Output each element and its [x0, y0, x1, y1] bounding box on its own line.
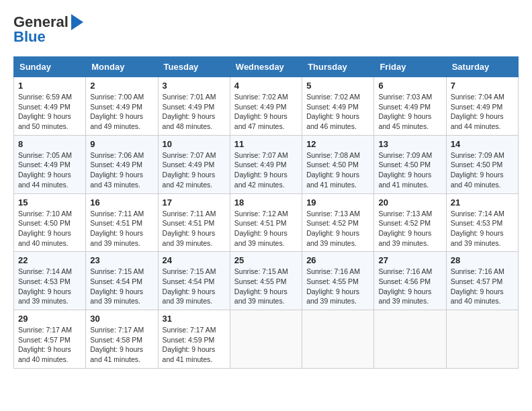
day-number: 31: [163, 314, 226, 324]
calendar-cell: [302, 310, 374, 369]
day-info: Sunrise: 7:12 AMSunset: 4:51 PMDaylight:…: [234, 209, 298, 248]
weekday-header-friday: Friday: [374, 57, 446, 77]
day-number: 11: [234, 139, 298, 149]
day-info: Sunrise: 7:06 AMSunset: 4:49 PMDaylight:…: [90, 150, 153, 190]
day-number: 12: [306, 139, 369, 149]
calendar-cell: 11Sunrise: 7:07 AMSunset: 4:49 PMDayligh…: [230, 135, 302, 193]
calendar-cell: [446, 310, 518, 369]
calendar-cell: 30Sunrise: 7:17 AMSunset: 4:58 PMDayligh…: [86, 310, 158, 369]
day-info: Sunrise: 7:13 AMSunset: 4:52 PMDaylight:…: [378, 209, 441, 248]
day-number: 28: [451, 255, 514, 265]
calendar-week-row: 15Sunrise: 7:10 AMSunset: 4:50 PMDayligh…: [14, 193, 519, 252]
weekday-header-tuesday: Tuesday: [158, 57, 230, 77]
calendar-cell: 10Sunrise: 7:07 AMSunset: 4:49 PMDayligh…: [158, 135, 230, 193]
calendar-cell: 12Sunrise: 7:08 AMSunset: 4:50 PMDayligh…: [302, 135, 374, 193]
day-info: Sunrise: 7:14 AMSunset: 4:53 PMDaylight:…: [18, 267, 81, 306]
calendar-cell: 2Sunrise: 7:00 AMSunset: 4:49 PMDaylight…: [86, 77, 158, 136]
calendar-cell: 3Sunrise: 7:01 AMSunset: 4:49 PMDaylight…: [158, 77, 230, 136]
day-info: Sunrise: 7:10 AMSunset: 4:50 PMDaylight:…: [18, 209, 81, 248]
day-number: 5: [306, 81, 369, 91]
day-number: 13: [378, 139, 441, 149]
day-number: 17: [163, 197, 226, 208]
day-info: Sunrise: 7:13 AMSunset: 4:52 PMDaylight:…: [306, 209, 369, 248]
day-info: Sunrise: 7:11 AMSunset: 4:51 PMDaylight:…: [163, 209, 226, 248]
calendar-cell: 13Sunrise: 7:09 AMSunset: 4:50 PMDayligh…: [374, 135, 446, 193]
calendar-cell: 7Sunrise: 7:04 AMSunset: 4:49 PMDaylight…: [446, 77, 518, 136]
weekday-header-monday: Monday: [86, 57, 158, 77]
day-info: Sunrise: 7:00 AMSunset: 4:49 PMDaylight:…: [90, 92, 153, 132]
calendar-cell: 20Sunrise: 7:13 AMSunset: 4:52 PMDayligh…: [374, 193, 446, 252]
calendar-cell: 27Sunrise: 7:16 AMSunset: 4:56 PMDayligh…: [374, 252, 446, 310]
day-info: Sunrise: 7:02 AMSunset: 4:49 PMDaylight:…: [306, 92, 369, 132]
day-info: Sunrise: 7:17 AMSunset: 4:57 PMDaylight:…: [18, 325, 81, 365]
calendar-cell: 31Sunrise: 7:17 AMSunset: 4:59 PMDayligh…: [158, 310, 230, 369]
day-number: 18: [234, 197, 298, 208]
page-header: General Blue: [13, 13, 519, 46]
calendar-cell: 23Sunrise: 7:15 AMSunset: 4:54 PMDayligh…: [86, 252, 158, 310]
calendar-cell: [230, 310, 302, 369]
day-info: Sunrise: 7:16 AMSunset: 4:57 PMDaylight:…: [451, 267, 514, 306]
calendar-cell: 24Sunrise: 7:15 AMSunset: 4:54 PMDayligh…: [158, 252, 230, 310]
calendar-cell: 5Sunrise: 7:02 AMSunset: 4:49 PMDaylight…: [302, 77, 374, 136]
weekday-header-thursday: Thursday: [302, 57, 374, 77]
calendar-cell: 9Sunrise: 7:06 AMSunset: 4:49 PMDaylight…: [86, 135, 158, 193]
day-number: 7: [451, 81, 514, 91]
calendar-cell: 15Sunrise: 7:10 AMSunset: 4:50 PMDayligh…: [14, 193, 86, 252]
calendar-header-row: SundayMondayTuesdayWednesdayThursdayFrid…: [14, 57, 519, 77]
day-number: 4: [234, 81, 298, 91]
day-info: Sunrise: 7:09 AMSunset: 4:50 PMDaylight:…: [451, 150, 514, 190]
day-info: Sunrise: 7:01 AMSunset: 4:49 PMDaylight:…: [163, 92, 226, 132]
logo-arrow-icon: [71, 14, 83, 30]
day-info: Sunrise: 7:16 AMSunset: 4:55 PMDaylight:…: [306, 267, 369, 306]
weekday-header-saturday: Saturday: [446, 57, 518, 77]
day-number: 22: [18, 255, 81, 265]
day-number: 10: [163, 139, 226, 149]
logo-blue: Blue: [13, 28, 46, 46]
logo: General Blue: [13, 13, 83, 46]
day-number: 6: [378, 81, 441, 91]
day-info: Sunrise: 7:08 AMSunset: 4:50 PMDaylight:…: [306, 150, 369, 190]
day-info: Sunrise: 7:16 AMSunset: 4:56 PMDaylight:…: [378, 267, 441, 306]
day-info: Sunrise: 7:14 AMSunset: 4:53 PMDaylight:…: [451, 209, 514, 248]
day-number: 30: [90, 314, 153, 324]
calendar-week-row: 22Sunrise: 7:14 AMSunset: 4:53 PMDayligh…: [14, 252, 519, 310]
calendar-cell: 1Sunrise: 6:59 AMSunset: 4:49 PMDaylight…: [14, 77, 86, 136]
day-number: 25: [234, 255, 298, 265]
day-number: 26: [306, 255, 369, 265]
day-number: 15: [18, 197, 81, 208]
calendar-cell: 18Sunrise: 7:12 AMSunset: 4:51 PMDayligh…: [230, 193, 302, 252]
calendar-cell: 29Sunrise: 7:17 AMSunset: 4:57 PMDayligh…: [14, 310, 86, 369]
day-info: Sunrise: 7:04 AMSunset: 4:49 PMDaylight:…: [451, 92, 514, 132]
calendar-cell: 6Sunrise: 7:03 AMSunset: 4:49 PMDaylight…: [374, 77, 446, 136]
day-number: 9: [90, 139, 153, 149]
day-number: 24: [163, 255, 226, 265]
day-info: Sunrise: 7:05 AMSunset: 4:49 PMDaylight:…: [18, 150, 81, 190]
calendar-cell: 19Sunrise: 7:13 AMSunset: 4:52 PMDayligh…: [302, 193, 374, 252]
day-info: Sunrise: 7:02 AMSunset: 4:49 PMDaylight:…: [234, 92, 298, 132]
day-number: 29: [18, 314, 81, 324]
calendar-cell: 21Sunrise: 7:14 AMSunset: 4:53 PMDayligh…: [446, 193, 518, 252]
day-info: Sunrise: 6:59 AMSunset: 4:49 PMDaylight:…: [18, 92, 81, 132]
day-number: 23: [90, 255, 153, 265]
calendar-cell: 16Sunrise: 7:11 AMSunset: 4:51 PMDayligh…: [86, 193, 158, 252]
calendar-cell: 8Sunrise: 7:05 AMSunset: 4:49 PMDaylight…: [14, 135, 86, 193]
day-number: 27: [378, 255, 441, 265]
day-number: 16: [90, 197, 153, 208]
day-info: Sunrise: 7:17 AMSunset: 4:58 PMDaylight:…: [90, 325, 153, 365]
weekday-header-sunday: Sunday: [14, 57, 86, 77]
calendar-cell: 22Sunrise: 7:14 AMSunset: 4:53 PMDayligh…: [14, 252, 86, 310]
calendar-cell: 28Sunrise: 7:16 AMSunset: 4:57 PMDayligh…: [446, 252, 518, 310]
calendar-week-row: 29Sunrise: 7:17 AMSunset: 4:57 PMDayligh…: [14, 310, 519, 369]
day-info: Sunrise: 7:07 AMSunset: 4:49 PMDaylight:…: [234, 150, 298, 190]
day-info: Sunrise: 7:03 AMSunset: 4:49 PMDaylight:…: [378, 92, 441, 132]
day-info: Sunrise: 7:15 AMSunset: 4:54 PMDaylight:…: [163, 267, 226, 306]
calendar-cell: 26Sunrise: 7:16 AMSunset: 4:55 PMDayligh…: [302, 252, 374, 310]
day-info: Sunrise: 7:15 AMSunset: 4:54 PMDaylight:…: [90, 267, 153, 306]
day-info: Sunrise: 7:07 AMSunset: 4:49 PMDaylight:…: [163, 150, 226, 190]
day-info: Sunrise: 7:17 AMSunset: 4:59 PMDaylight:…: [163, 325, 226, 365]
day-info: Sunrise: 7:15 AMSunset: 4:55 PMDaylight:…: [234, 267, 298, 306]
calendar-week-row: 1Sunrise: 6:59 AMSunset: 4:49 PMDaylight…: [14, 77, 519, 136]
calendar-week-row: 8Sunrise: 7:05 AMSunset: 4:49 PMDaylight…: [14, 135, 519, 193]
day-number: 8: [18, 139, 81, 149]
day-number: 2: [90, 81, 153, 91]
